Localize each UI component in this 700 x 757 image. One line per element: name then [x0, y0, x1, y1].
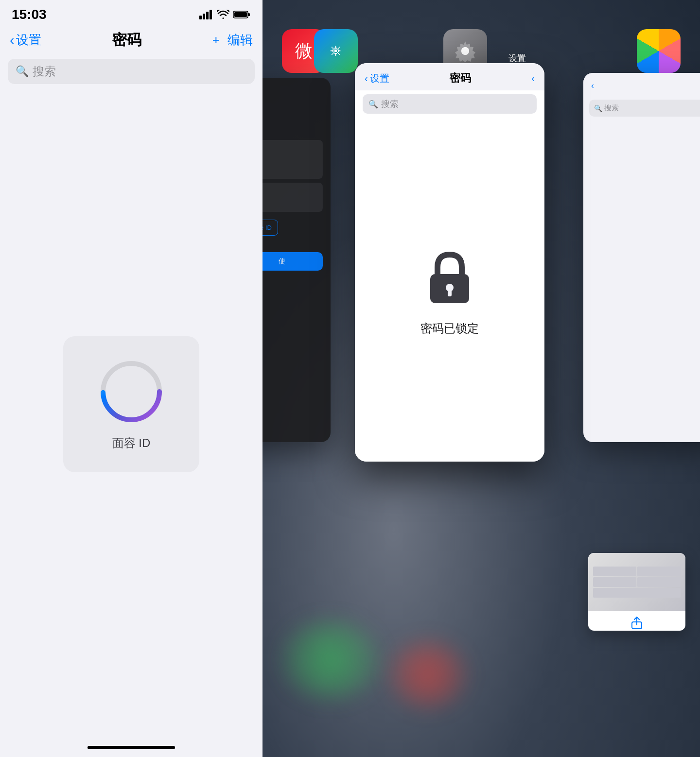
- home-indicator: [88, 746, 175, 749]
- add-button[interactable]: +: [212, 33, 220, 48]
- card-center-search-placeholder: 搜索: [381, 98, 399, 110]
- card-center-passwords[interactable]: ‹ 设置 密码 ‹ 🔍 搜索: [355, 63, 544, 462]
- nav-back-label: 设置: [16, 32, 41, 49]
- card-right-partial[interactable]: ‹ 🔍 搜索: [583, 73, 700, 442]
- signal-icon: [199, 10, 213, 19]
- status-bar: 15:03: [0, 0, 262, 26]
- card-left-content: ‹ 我 仿... 并... #M Apple ID 使用 使: [262, 78, 331, 442]
- app-icon-safari[interactable]: ⛯: [314, 29, 358, 73]
- card-bottom-mini[interactable]: [588, 553, 685, 631]
- card-center-search-icon: 🔍: [368, 100, 378, 109]
- card-right-search[interactable]: 🔍 搜索: [589, 100, 700, 117]
- face-id-container: 面容 ID: [0, 90, 262, 757]
- card-center-body: 密码已锁定: [355, 118, 544, 462]
- nav-back-button[interactable]: ‹ 设置: [10, 32, 41, 49]
- card-center-back-label: 设置: [370, 72, 389, 85]
- right-panel-app-switcher: 微 ⛯ 设置 ‹: [262, 0, 700, 757]
- card-right-back-icon: ‹: [591, 81, 594, 91]
- svg-rect-0: [199, 16, 202, 19]
- svg-rect-3: [210, 10, 212, 19]
- nav-actions: + 编辑: [212, 32, 253, 49]
- search-placeholder-text: 搜索: [33, 64, 56, 79]
- status-icons: [199, 10, 251, 19]
- card-left-text2: 并...: [262, 118, 323, 126]
- status-time: 15:03: [12, 7, 47, 22]
- wifi-icon: [217, 10, 229, 19]
- nav-title: 密码: [112, 30, 141, 50]
- app-icon-photos[interactable]: [637, 29, 681, 73]
- card-center-back-button[interactable]: ‹ 设置: [365, 72, 389, 85]
- card-right-search-icon: 🔍: [594, 104, 602, 112]
- card-left-text1: 仿...: [262, 105, 323, 114]
- chevron-left-icon-center: ‹: [365, 73, 368, 84]
- card-center-nav: ‹ 设置 密码 ‹: [355, 63, 544, 90]
- card-center-search[interactable]: 🔍 搜索: [363, 94, 537, 114]
- card-center-title: 密码: [450, 71, 471, 86]
- svg-rect-1: [203, 14, 205, 19]
- card-left-image2: [262, 183, 323, 212]
- face-id-card[interactable]: 面容 ID: [63, 336, 199, 472]
- card-center-right-icon: ‹: [531, 73, 535, 84]
- search-bar[interactable]: 🔍 搜索: [8, 59, 255, 84]
- card-bottom-preview: [588, 553, 685, 611]
- settings-icon-label: 设置: [508, 52, 526, 64]
- photos-app-icon: [637, 29, 681, 73]
- battery-icon: [233, 10, 251, 19]
- svg-rect-20: [448, 290, 452, 296]
- lock-label-text: 密码已锁定: [420, 321, 479, 336]
- svg-point-10: [461, 47, 469, 55]
- bg-blob-red: [389, 640, 467, 708]
- card-use-button[interactable]: 使: [262, 252, 323, 271]
- card-left-nav: ‹ 我: [262, 87, 323, 99]
- card-left-hashtag: #M: [262, 130, 323, 136]
- left-panel: 15:03 ‹: [0, 0, 262, 757]
- safari-app-icon: ⛯: [314, 29, 358, 73]
- apple-id-button[interactable]: Apple ID: [262, 220, 278, 236]
- search-icon: 🔍: [16, 65, 29, 78]
- svg-rect-2: [206, 12, 209, 19]
- card-right-nav: ‹: [583, 73, 700, 96]
- card-left-image: [262, 140, 323, 179]
- card-use-text: 使用: [262, 241, 323, 248]
- card-left-partial[interactable]: ‹ 我 仿... 并... #M Apple ID 使用 使: [262, 78, 331, 442]
- card-right-search-placeholder: 搜索: [604, 103, 619, 113]
- face-id-ring-icon: [97, 358, 165, 426]
- face-id-label: 面容 ID: [112, 435, 151, 451]
- svg-rect-6: [234, 12, 247, 17]
- chevron-left-icon: ‹: [10, 33, 14, 48]
- card-bottom-share-button[interactable]: [588, 611, 685, 631]
- nav-bar: ‹ 设置 密码 + 编辑: [0, 26, 262, 55]
- edit-button[interactable]: 编辑: [228, 32, 253, 49]
- bg-blob-green: [282, 621, 379, 699]
- lock-icon: [425, 249, 474, 309]
- svg-rect-5: [248, 13, 250, 16]
